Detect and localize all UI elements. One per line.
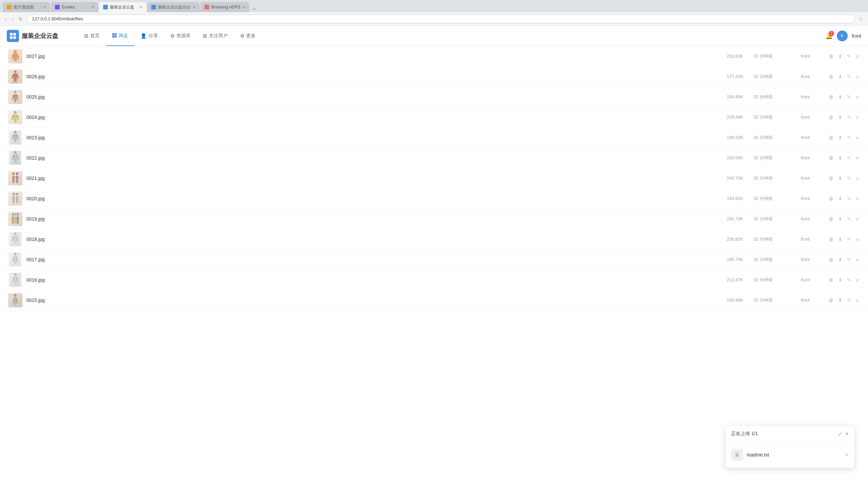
upload-item-close-button[interactable]: ✕ [845, 452, 849, 458]
upload-expand-button[interactable]: ⤢ [838, 431, 842, 436]
expand-button[interactable]: ∨ [855, 134, 860, 141]
delete-button[interactable]: 🗑 [828, 216, 834, 222]
browser-tab-5[interactable]: Browsing HDFS ✕ [200, 2, 249, 12]
app-container: 服装企业云盘 ⊞ 首页 网盘 👤 分享 [0, 26, 868, 488]
nav-follow[interactable]: ⊞ 关注用户 [197, 26, 234, 46]
table-row[interactable]: 0023.jpg 186.93K 32 分钟前 front 🗑 ⬇ ✎ ∨ [0, 127, 868, 148]
delete-button[interactable]: 🗑 [828, 236, 834, 243]
upload-item: readme.txt ✕ [731, 446, 849, 464]
download-button[interactable]: ⬇ [837, 155, 843, 161]
tab-close-3[interactable]: ✕ [139, 5, 142, 9]
expand-button[interactable]: ∨ [855, 216, 860, 222]
expand-button[interactable]: ∨ [855, 236, 860, 243]
expand-button[interactable]: ∨ [855, 114, 860, 121]
edit-button[interactable]: ✎ [846, 216, 852, 222]
expand-button[interactable]: ∨ [855, 175, 860, 182]
nav-disk[interactable]: 网盘 [106, 26, 134, 46]
upload-close-button[interactable]: ✕ [845, 431, 849, 436]
expand-button[interactable]: ∨ [855, 53, 860, 60]
upload-header: 正在上传 1/1 ⤢ ✕ [726, 426, 854, 442]
expand-button[interactable]: ∨ [855, 73, 860, 80]
download-button[interactable]: ⬇ [837, 53, 843, 60]
table-row[interactable]: 0019.jpg 241.79K 32 分钟前 front 🗑 ⬇ ✎ ∨ [0, 209, 868, 229]
edit-button[interactable]: ✎ [846, 236, 852, 243]
nav-share[interactable]: 👤 分享 [134, 26, 164, 46]
expand-button[interactable]: ∨ [855, 277, 860, 283]
edit-button[interactable]: ✎ [846, 277, 852, 283]
bookmark-button[interactable]: ☆ [857, 15, 865, 23]
edit-button[interactable]: ✎ [846, 94, 852, 100]
address-input[interactable] [27, 15, 855, 23]
download-button[interactable]: ⬇ [837, 114, 843, 121]
browser-tab-3[interactable]: 服装企业云盘 ✕ [99, 2, 146, 12]
table-row[interactable]: 0021.jpg 240.73K 32 分钟前 front 🗑 ⬇ ✎ ∨ [0, 168, 868, 188]
notification-button[interactable]: 🔔 2 [825, 32, 833, 40]
edit-button[interactable]: ✎ [846, 195, 852, 202]
delete-button[interactable]: 🗑 [828, 256, 834, 263]
download-button[interactable]: ⬇ [837, 175, 843, 182]
expand-button[interactable]: ∨ [855, 94, 860, 100]
edit-button[interactable]: ✎ [846, 134, 852, 141]
browser-tab-2[interactable]: Eureka ✕ [51, 2, 98, 12]
edit-button[interactable]: ✎ [846, 256, 852, 263]
reload-button[interactable]: ↻ [17, 15, 24, 23]
download-button[interactable]: ⬇ [837, 297, 843, 304]
tab-close-1[interactable]: ✕ [43, 5, 46, 9]
edit-button[interactable]: ✎ [846, 114, 852, 121]
edit-button[interactable]: ✎ [846, 53, 852, 60]
table-row[interactable]: 0018.jpg 236.81K 32 分钟前 front 🗑 ⬇ ✎ ∨ [0, 229, 868, 249]
tab-close-2[interactable]: ✕ [91, 5, 94, 9]
delete-button[interactable]: 🗑 [828, 175, 834, 182]
download-button[interactable]: ⬇ [837, 277, 843, 283]
tab-close-5[interactable]: ✕ [242, 5, 245, 9]
download-button[interactable]: ⬇ [837, 195, 843, 202]
delete-button[interactable]: 🗑 [828, 195, 834, 202]
browser-tab-4[interactable]: 服装企业云盘台台 ✕ [147, 2, 200, 12]
table-row[interactable]: 0024.jpg 229.44K 32 分钟前 front 🗑 ⬇ ✎ ∨ [0, 107, 868, 127]
download-button[interactable]: ⬇ [837, 94, 843, 100]
disk-icon [112, 33, 117, 39]
file-list-area: 0027.jpg 233.63K 32 分钟前 front 🗑 ⬇ ✎ ∨ [0, 46, 868, 488]
table-row[interactable]: 0017.jpg 195.70K 32 分钟前 front 🗑 ⬇ ✎ ∨ [0, 249, 868, 270]
nav-more[interactable]: ⚙ 更多 [234, 26, 262, 46]
table-row[interactable]: 0016.jpg 213.47K 32 分钟前 front 🗑 ⬇ ✎ ∨ [0, 270, 868, 290]
forward-button[interactable]: › [11, 15, 15, 23]
table-row[interactable]: 0022.jpg 220.06K 32 分钟前 front 🗑 ⬇ ✎ ∨ [0, 148, 868, 168]
delete-button[interactable]: 🗑 [828, 73, 834, 80]
download-button[interactable]: ⬇ [837, 236, 843, 243]
delete-button[interactable]: 🗑 [828, 114, 834, 121]
nav-resource[interactable]: ⚙ 资源库 [164, 26, 197, 46]
delete-button[interactable]: 🗑 [828, 297, 834, 304]
edit-button[interactable]: ✎ [846, 155, 852, 161]
delete-button[interactable]: 🗑 [828, 134, 834, 141]
tab-close-4[interactable]: ✕ [193, 5, 196, 9]
expand-button[interactable]: ∨ [855, 155, 860, 161]
back-button[interactable]: ‹ [3, 15, 8, 23]
delete-button[interactable]: 🗑 [828, 277, 834, 283]
browser-chrome: 图片预览图 ✕ Eureka ✕ 服装企业云盘 ✕ 服装企业云盘台台 ✕ Bro… [0, 0, 868, 12]
nav-home[interactable]: ⊞ 首页 [78, 26, 106, 46]
table-row[interactable]: 0015.jpg 145.98K 32 分钟前 front 🗑 ⬇ ✎ ∨ [0, 290, 868, 310]
nav-follow-label: 关注用户 [209, 33, 228, 39]
table-row[interactable]: 0020.jpg 194.82K 32 分钟前 front 🗑 ⬇ ✎ ∨ [0, 188, 868, 209]
download-button[interactable]: ⬇ [837, 256, 843, 263]
edit-button[interactable]: ✎ [846, 73, 852, 80]
delete-button[interactable]: 🗑 [828, 94, 834, 100]
delete-button[interactable]: 🗑 [828, 155, 834, 161]
file-actions: 🗑 ⬇ ✎ ∨ [828, 175, 860, 182]
browser-tab-1[interactable]: 图片预览图 ✕ [3, 2, 50, 12]
expand-button[interactable]: ∨ [855, 256, 860, 263]
table-row[interactable]: 0027.jpg 233.63K 32 分钟前 front 🗑 ⬇ ✎ ∨ [0, 46, 868, 66]
edit-button[interactable]: ✎ [846, 297, 852, 304]
expand-button[interactable]: ∨ [855, 297, 860, 304]
edit-button[interactable]: ✎ [846, 175, 852, 182]
download-button[interactable]: ⬇ [837, 73, 843, 80]
download-button[interactable]: ⬇ [837, 216, 843, 222]
table-row[interactable]: 0025.jpg 184.49K 32 分钟前 front 🗑 ⬇ ✎ ∨ [0, 87, 868, 107]
expand-button[interactable]: ∨ [855, 195, 860, 202]
delete-button[interactable]: 🗑 [828, 53, 834, 60]
new-tab-button[interactable]: + [250, 6, 258, 12]
table-row[interactable]: 0026.jpg 177.41K 32 分钟前 front 🗑 ⬇ ✎ ∨ [0, 66, 868, 87]
nav-more-label: 更多 [246, 33, 256, 39]
download-button[interactable]: ⬇ [837, 134, 843, 141]
